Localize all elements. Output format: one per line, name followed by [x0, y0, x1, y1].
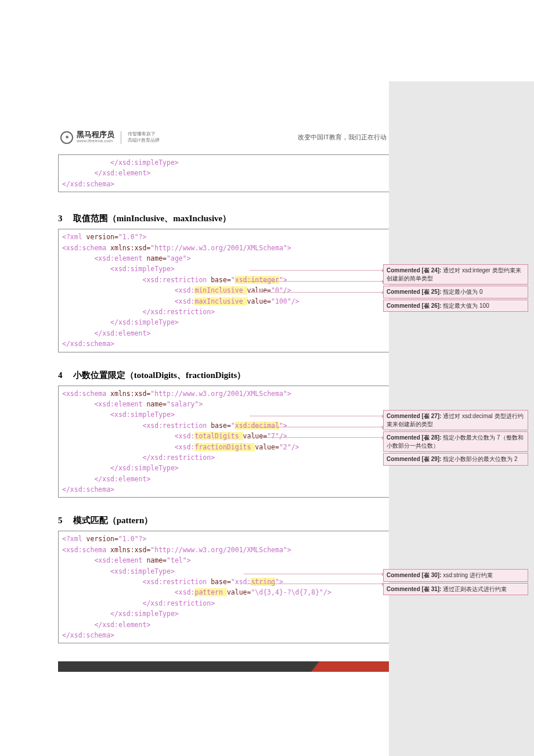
section-title: 模式匹配（pattern）	[73, 516, 153, 525]
highlight-totalDigits: totalDigits	[194, 432, 243, 440]
page-content: ✦ 黑马程序员 www.itheima.com 传智播客旗下 高端IT教育品牌 …	[58, 131, 389, 649]
code-block-3: <?xml version="1.0"?> <xsd:schema xmlns:…	[58, 229, 389, 352]
footer-red-segment	[319, 661, 389, 672]
highlight-xsd-integer: xsd:integer	[235, 276, 279, 284]
comment-group-3: Commented [崔 30]: xsd:string 进行约束 Commen…	[383, 569, 528, 596]
comment-connector	[250, 270, 382, 271]
comment-26: Commented [崔 26]: 指定最大值为 100	[383, 300, 528, 312]
logo-sub-text: www.itheima.com	[77, 139, 114, 144]
code-block-4: <xsd:schema xmlns:xsd="http://www.w3.org…	[58, 386, 389, 498]
page-header: ✦ 黑马程序员 www.itheima.com 传智播客旗下 高端IT教育品牌 …	[58, 131, 389, 144]
comment-30: Commented [崔 30]: xsd:string 进行约束	[383, 569, 528, 582]
highlight-fractionDigits: fractionDigits	[194, 443, 255, 451]
code-line: </xsd:simpleType>	[62, 159, 179, 167]
comment-27: Commented [崔 27]: 通过对 xsd:decimal 类型进行约束…	[383, 410, 528, 430]
highlight-maxInclusive: maxInclusive	[194, 297, 247, 305]
comment-connector	[250, 416, 382, 416]
logo-main-text: 黑马程序员	[77, 131, 114, 139]
section-num: 3	[58, 214, 71, 224]
code-line: </xsd:schema>	[62, 180, 114, 188]
section-num: 4	[58, 370, 71, 380]
section-title: 小数位置限定（totoalDigits、fractionDigits）	[73, 370, 246, 380]
comment-29: Commented [崔 29]: 指定小数部分的最大位数为 2	[383, 453, 528, 466]
comment-connector	[244, 281, 382, 282]
comment-25: Commented [崔 25]: 指定最小值为 0	[383, 286, 528, 298]
code-block-0: </xsd:simpleType> </xsd:element> </xsd:s…	[58, 154, 389, 192]
highlight-pattern: pattern	[194, 588, 226, 596]
section-num: 5	[58, 516, 71, 525]
comment-group-1: Commented [崔 24]: 通过对 xsd:integer 类型约束来创…	[383, 264, 528, 313]
section-4-heading: 4 小数位置限定（totoalDigits、fractionDigits）	[58, 370, 389, 381]
logo-divider	[121, 131, 121, 144]
comment-connector	[250, 437, 382, 438]
comment-24: Commented [崔 24]: 通过对 xsd:integer 类型约束来创…	[383, 264, 528, 285]
header-tagline: 改变中国IT教育，我们正在行动	[298, 133, 387, 142]
comment-connector	[244, 584, 382, 584]
logo-block: ✦ 黑马程序员 www.itheima.com 传智播客旗下 高端IT教育品牌	[60, 131, 160, 144]
section-3-heading: 3 取值范围（minInclusive、maxInclusive）	[58, 213, 389, 224]
comment-28: Commented [崔 28]: 指定小数最大位数为 7（整数和小数部分一共位…	[383, 431, 528, 452]
comment-31: Commented [崔 31]: 通过正则表达式进行约束	[383, 583, 528, 596]
comment-connector	[244, 427, 382, 427]
code-line: </xsd:element>	[62, 169, 150, 177]
comment-connector	[250, 292, 382, 293]
logo-slogan-2: 高端IT教育品牌	[128, 138, 160, 143]
comment-group-2: Commented [崔 27]: 通过对 xsd:decimal 类型进行约束…	[383, 410, 528, 467]
section-5-heading: 5 模式匹配（pattern）	[58, 515, 389, 526]
logo-icon: ✦	[60, 131, 73, 144]
section-title: 取值范围（minInclusive、maxInclusive）	[73, 214, 232, 223]
logo-slogan-1: 传智播客旗下	[128, 131, 160, 137]
highlight-minInclusive: minInclusive	[194, 286, 247, 294]
highlight-xsd-decimal: xsd:decimal	[235, 422, 279, 430]
comment-connector	[244, 574, 382, 574]
code-block-5: <?xml version="1.0"?> <xsd:schema xmlns:…	[58, 531, 389, 643]
footer-dark-segment	[58, 661, 319, 672]
footer-bar	[58, 661, 389, 672]
highlight-string: string	[251, 578, 275, 586]
